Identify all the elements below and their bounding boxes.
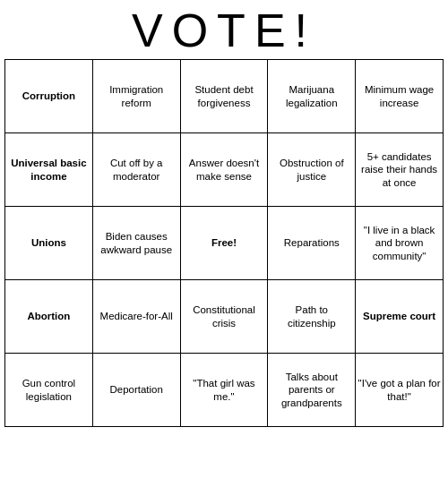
bingo-cell[interactable]: Student debt forgiveness <box>180 60 268 133</box>
bingo-cell[interactable]: Cut off by a moderator <box>92 133 180 207</box>
bingo-cell[interactable]: Medicare-for-All <box>92 280 180 354</box>
bingo-cell[interactable]: Universal basic income <box>5 133 93 207</box>
bingo-cell[interactable]: Minimum wage increase <box>356 60 444 133</box>
bingo-cell[interactable]: 5+ candidates raise their hands at once <box>356 133 444 207</box>
page-title: VOTE! <box>0 0 448 59</box>
bingo-cell[interactable]: Immigration reform <box>92 60 180 133</box>
bingo-cell[interactable]: Constitutional crisis <box>180 280 268 354</box>
bingo-cell[interactable]: "I live in a black and brown community" <box>356 207 444 280</box>
bingo-cell[interactable]: Unions <box>5 207 93 280</box>
bingo-cell[interactable]: Talks about parents or grandparents <box>268 354 356 427</box>
bingo-cell[interactable]: Reparations <box>268 207 356 280</box>
bingo-cell[interactable]: Abortion <box>5 280 93 354</box>
bingo-cell[interactable]: "I've got a plan for that!" <box>356 354 444 427</box>
bingo-cell[interactable]: Obstruction of justice <box>268 133 356 207</box>
bingo-cell[interactable]: Deportation <box>92 354 180 427</box>
bingo-cell[interactable]: Answer doesn't make sense <box>180 133 268 207</box>
bingo-grid: CorruptionImmigration reformStudent debt… <box>4 59 444 427</box>
bingo-cell[interactable]: Marijuana legalization <box>268 60 356 133</box>
bingo-cell[interactable]: Path to citizenship <box>268 280 356 354</box>
bingo-cell[interactable]: Corruption <box>5 60 93 133</box>
bingo-cell[interactable]: Supreme court <box>356 280 444 354</box>
bingo-cell[interactable]: Biden causes awkward pause <box>92 207 180 280</box>
bingo-cell[interactable]: Free! <box>180 207 268 280</box>
bingo-cell[interactable]: "That girl was me." <box>180 354 268 427</box>
bingo-cell[interactable]: Gun control legislation <box>5 354 93 427</box>
